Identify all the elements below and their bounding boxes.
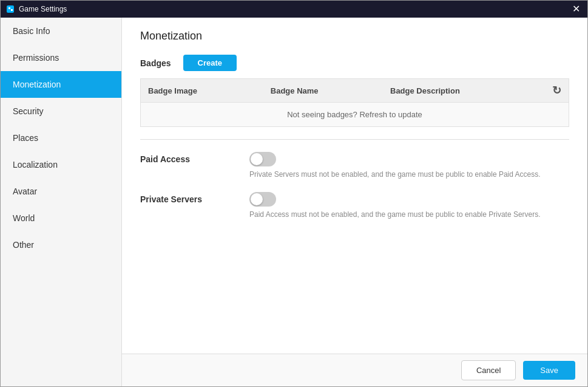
save-button[interactable]: Save xyxy=(523,361,575,380)
paid-access-description: Private Servers must not be enabled, and… xyxy=(249,169,541,180)
create-badge-button[interactable]: Create xyxy=(183,55,237,71)
badges-table: Badge Image Badge Name Badge Description… xyxy=(140,78,569,127)
private-servers-label: Private Servers xyxy=(140,192,237,204)
content-area: Basic Info Permissions Monetization Secu… xyxy=(1,18,587,386)
window-title: Game Settings xyxy=(19,5,67,13)
refresh-icon[interactable]: ↻ xyxy=(552,84,561,97)
private-servers-toggle[interactable] xyxy=(249,192,276,207)
sidebar-item-world[interactable]: World xyxy=(1,205,121,231)
section-divider xyxy=(140,139,569,140)
paid-access-toggle[interactable] xyxy=(249,152,276,166)
paid-access-label: Paid Access xyxy=(140,152,237,164)
private-servers-track xyxy=(249,192,276,207)
sidebar-item-monetization[interactable]: Monetization xyxy=(1,71,121,98)
sidebar-item-security[interactable]: Security xyxy=(1,98,121,125)
sidebar-item-places[interactable]: Places xyxy=(1,125,121,151)
sidebar-item-avatar[interactable]: Avatar xyxy=(1,178,121,205)
paid-access-control: Private Servers must not be enabled, and… xyxy=(249,152,541,180)
close-button[interactable]: ✕ xyxy=(570,3,583,15)
badges-empty-row: Not seeing badges? Refresh to update xyxy=(141,103,569,127)
paid-access-toggle-container xyxy=(249,152,541,166)
private-servers-row: Private Servers Paid Access must not be … xyxy=(140,192,569,220)
svg-rect-1 xyxy=(8,7,10,9)
footer: Cancel Save xyxy=(122,354,587,386)
game-settings-window: Game Settings ✕ Basic Info Permissions M… xyxy=(0,0,588,387)
paid-access-row: Paid Access Private Servers must not be … xyxy=(140,152,569,180)
paid-access-thumb xyxy=(251,153,263,165)
col-badge-name: Badge Name xyxy=(263,79,383,103)
badges-empty-message: Not seeing badges? Refresh to update xyxy=(141,103,569,127)
private-servers-control: Paid Access must not be enabled, and the… xyxy=(249,192,541,220)
sidebar-item-permissions[interactable]: Permissions xyxy=(1,44,121,71)
main-panel: Monetization Badges Create Badge Image B… xyxy=(122,18,587,386)
title-bar-left: Game Settings xyxy=(5,4,67,14)
sidebar-item-other[interactable]: Other xyxy=(1,231,121,258)
col-badge-description: Badge Description xyxy=(383,79,545,103)
sidebar-item-basic-info[interactable]: Basic Info xyxy=(1,18,121,44)
svg-rect-2 xyxy=(11,9,13,11)
badges-label: Badges xyxy=(140,58,171,68)
col-badge-image: Badge Image xyxy=(141,79,263,103)
page-title: Monetization xyxy=(140,30,569,43)
paid-access-track xyxy=(249,152,276,166)
sidebar-item-localization[interactable]: Localization xyxy=(1,151,121,178)
private-servers-description: Paid Access must not be enabled, and the… xyxy=(249,209,541,220)
cancel-button[interactable]: Cancel xyxy=(461,360,516,380)
private-servers-toggle-container xyxy=(249,192,541,207)
private-servers-thumb xyxy=(251,193,263,205)
col-refresh[interactable]: ↻ xyxy=(545,79,569,103)
title-bar: Game Settings ✕ xyxy=(1,1,587,18)
roblox-icon xyxy=(5,4,15,14)
badges-section-header: Badges Create xyxy=(140,55,569,71)
sidebar: Basic Info Permissions Monetization Secu… xyxy=(1,18,122,386)
main-content: Monetization Badges Create Badge Image B… xyxy=(122,18,587,354)
